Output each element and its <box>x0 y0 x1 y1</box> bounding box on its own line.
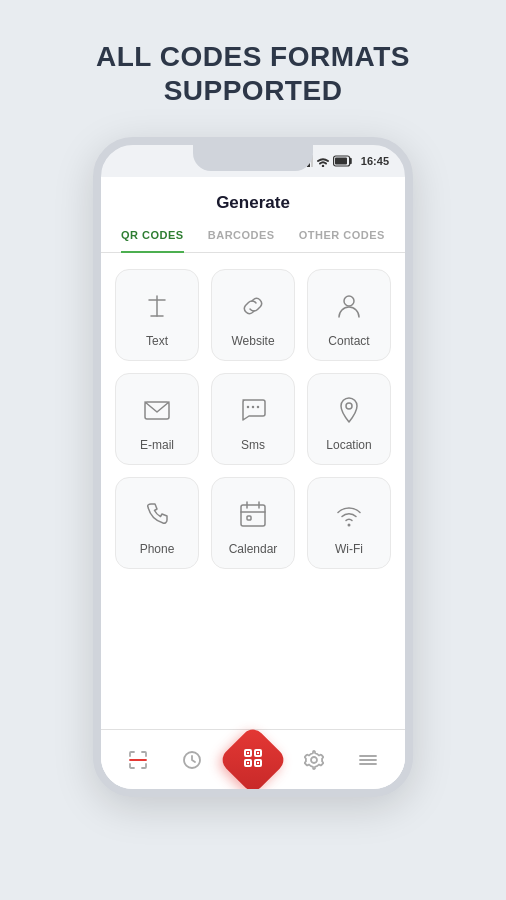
tab-barcodes[interactable]: BARCODES <box>208 229 275 252</box>
grid-item-website[interactable]: Website <box>211 269 295 361</box>
grid-item-text[interactable]: Text <box>115 269 199 361</box>
nav-menu[interactable] <box>350 742 386 778</box>
wifi-status-icon <box>317 155 329 167</box>
link-icon <box>233 286 273 326</box>
wifi-label: Wi-Fi <box>335 542 363 556</box>
contact-label: Contact <box>328 334 369 348</box>
battery-icon <box>333 155 353 167</box>
calendar-icon <box>233 494 273 534</box>
text-label: Text <box>146 334 168 348</box>
svg-rect-21 <box>247 516 251 520</box>
fab-inner <box>242 747 264 773</box>
code-grid: Text Website <box>101 253 405 729</box>
wifi-icon <box>329 494 369 534</box>
calendar-label: Calendar <box>229 542 278 556</box>
svg-rect-17 <box>241 505 265 526</box>
headline-line2: SUPPORTED <box>164 75 343 106</box>
gear-icon <box>303 749 325 771</box>
tab-other-codes[interactable]: OTHER CODES <box>299 229 385 252</box>
nav-history[interactable] <box>174 742 210 778</box>
nav-scan[interactable] <box>120 742 156 778</box>
grid-item-location[interactable]: Location <box>307 373 391 465</box>
grid-item-wifi[interactable]: Wi-Fi <box>307 477 391 569</box>
scan-icon <box>127 749 149 771</box>
app-content: Generate QR CODES BARCODES OTHER CODES <box>101 177 405 789</box>
mail-icon <box>137 390 177 430</box>
headline: ALL CODES FORMATS SUPPORTED <box>96 0 410 137</box>
phone-icon <box>137 494 177 534</box>
phone-notch <box>193 145 313 171</box>
svg-point-16 <box>346 403 352 409</box>
app-title: Generate <box>101 177 405 213</box>
menu-icon <box>357 749 379 771</box>
tabs-bar: QR CODES BARCODES OTHER CODES <box>101 217 405 253</box>
svg-point-11 <box>344 296 354 306</box>
qr-fab-icon <box>242 747 264 769</box>
svg-rect-31 <box>247 762 249 764</box>
svg-rect-7 <box>335 158 347 165</box>
email-label: E-mail <box>140 438 174 452</box>
svg-rect-29 <box>247 752 249 754</box>
location-label: Location <box>326 438 371 452</box>
nav-settings[interactable] <box>296 742 332 778</box>
clock-icon <box>181 749 203 771</box>
grid-item-sms[interactable]: Sms <box>211 373 295 465</box>
grid-item-phone[interactable]: Phone <box>115 477 199 569</box>
text-icon <box>137 286 177 326</box>
nav-fab-button[interactable] <box>218 724 289 795</box>
person-icon <box>329 286 369 326</box>
phone-mockup: 16:45 Generate QR CODES BARCODES OTHER C… <box>93 137 413 797</box>
headline-line1: ALL CODES FORMATS <box>96 41 410 72</box>
svg-point-22 <box>348 524 351 527</box>
svg-rect-32 <box>257 762 259 764</box>
tab-qr-codes[interactable]: QR CODES <box>121 229 184 253</box>
sms-label: Sms <box>241 438 265 452</box>
svg-rect-30 <box>257 752 259 754</box>
grid-item-email[interactable]: E-mail <box>115 373 199 465</box>
bottom-nav <box>101 729 405 789</box>
website-label: Website <box>231 334 274 348</box>
grid-item-contact[interactable]: Contact <box>307 269 391 361</box>
status-time: 16:45 <box>361 155 389 167</box>
grid-item-calendar[interactable]: Calendar <box>211 477 295 569</box>
svg-point-33 <box>311 757 317 763</box>
phone-label: Phone <box>140 542 175 556</box>
sms-icon <box>233 390 273 430</box>
location-icon <box>329 390 369 430</box>
